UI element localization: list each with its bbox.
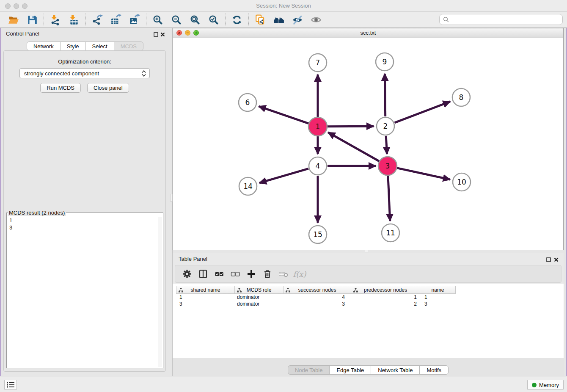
graph-node-14[interactable]: 14 [239,177,257,195]
deselect-all-checkboxes-icon[interactable] [230,269,240,279]
column-header-mcds-role[interactable]: MCDS role [235,286,284,294]
table-row[interactable]: 1dominator411 [176,294,456,301]
close-panel-button[interactable]: Close panel [87,83,129,93]
graph-edge-3-1[interactable] [328,133,379,161]
close-table-panel-icon[interactable] [554,256,559,264]
svg-text:8: 8 [459,93,464,102]
memory-status-icon [532,383,537,387]
float-table-panel-icon[interactable] [546,256,551,264]
table-cell[interactable]: 2 [351,301,420,307]
graph-node-15[interactable]: 15 [309,226,327,243]
tab-network-table[interactable]: Network Table [371,365,420,375]
zoom-selected-icon[interactable] [208,14,219,25]
show-column-icon[interactable] [198,269,208,279]
table-options-icon[interactable] [182,269,192,279]
clone-network-icon[interactable] [255,14,266,25]
memory-button[interactable]: Memory [527,380,564,390]
optimization-criterion-label: Optimization criterion: [4,58,165,65]
select-all-checkboxes-icon[interactable] [214,269,224,279]
mcds-result-text: 1 3 [9,217,12,231]
close-panel-icon[interactable] [160,31,165,39]
search-field[interactable] [439,14,563,25]
column-header-shared-name[interactable]: shared name [176,286,235,294]
toolbar-divider [225,14,226,26]
table-cell[interactable]: 3 [420,301,456,307]
tab-edge-table[interactable]: Edge Table [329,365,371,375]
zoom-out-icon[interactable] [171,14,182,25]
show-graphics-details-icon[interactable] [311,14,322,25]
column-header-successor-nodes[interactable]: successor nodes [284,286,351,294]
tab-select[interactable]: Select [85,41,114,51]
float-panel-icon[interactable] [154,31,158,39]
graph-node-1[interactable]: 1 [308,117,327,136]
graph-node-9[interactable]: 9 [376,53,394,71]
result-scrollbar[interactable] [158,217,162,367]
column-header-predecessor-nodes[interactable]: predecessor nodes [351,286,420,294]
network-overview-icon[interactable] [273,14,284,25]
table-cell[interactable]: 3 [284,301,351,307]
tab-node-table[interactable]: Node Table [288,365,330,375]
table-cell[interactable]: dominator [235,294,284,300]
table-cell[interactable]: dominator [235,301,284,307]
network-view-window: × − + scc.txt 7968124314101511 [173,28,564,250]
apply-layout-icon[interactable] [231,14,242,25]
task-history-button[interactable] [4,380,17,390]
import-network-icon[interactable] [50,14,61,25]
network-graph: 7968124314101511 [173,38,563,250]
hide-graphics-details-icon[interactable] [292,14,303,25]
table-cell[interactable]: 1 [176,294,235,300]
import-table-icon[interactable] [69,14,80,25]
svg-text:6: 6 [245,98,250,107]
column-header-name[interactable]: name [420,286,456,294]
graph-edge-2-8[interactable] [395,102,450,123]
stepper-arrows-icon [142,70,146,77]
zoom-in-icon[interactable] [152,14,163,25]
tab-network[interactable]: Network [27,41,61,51]
tab-mcds[interactable]: MCDS [114,41,143,51]
graph-edge-4-14[interactable] [259,168,308,183]
node-table[interactable]: shared nameMCDS rolesuccessor nodesprede… [173,284,564,358]
criterion-dropdown[interactable]: strongly connected component [19,68,150,78]
svg-text:15: 15 [313,230,322,239]
graph-node-10[interactable]: 10 [453,173,471,191]
horizontal-splitter[interactable] [365,250,369,252]
node-table-rows: 1dominator4113dominator323 [176,294,456,307]
zoom-fit-icon[interactable] [190,14,201,25]
table-cell[interactable]: 3 [176,301,235,307]
graph-edge-2-3[interactable] [386,136,387,154]
network-window-title: scc.txt [173,30,563,36]
toolbar-divider [44,14,44,26]
open-session-icon[interactable] [8,14,19,25]
export-image-icon[interactable] [129,14,140,25]
table-cell[interactable]: 1 [351,294,420,300]
tab-style[interactable]: Style [60,41,86,51]
graph-node-3[interactable]: 3 [378,157,397,175]
graph-node-8[interactable]: 8 [452,88,470,106]
export-table-icon[interactable] [110,14,121,25]
graph-edge-3-10[interactable] [397,168,450,179]
export-network-icon[interactable] [92,14,103,25]
run-mcds-button[interactable]: Run MCDS [40,83,81,93]
table-cell[interactable]: 4 [284,294,351,300]
graph-node-6[interactable]: 6 [239,94,256,111]
graph-edge-1-6[interactable] [259,106,308,123]
svg-text:11: 11 [386,229,395,237]
table-cell[interactable]: 1 [420,294,456,300]
graph-edge-3-11[interactable] [388,176,390,221]
graph-node-11[interactable]: 11 [382,224,399,242]
graph-node-2[interactable]: 2 [377,117,394,135]
graph-edge-1-2[interactable] [328,126,374,127]
graph-edge-2-9[interactable] [385,74,385,116]
network-canvas[interactable]: 7968124314101511 [173,38,563,250]
add-column-icon[interactable] [246,269,256,279]
table-row[interactable]: 3dominator323 [176,301,456,307]
main-toolbar [0,12,567,28]
save-session-icon[interactable] [27,14,38,25]
graph-node-7[interactable]: 7 [309,54,327,72]
search-input[interactable] [452,16,562,23]
delete-column-icon[interactable] [262,269,272,279]
memory-label: Memory [539,382,559,388]
status-bar: Memory [0,376,567,392]
tab-motifs[interactable]: Motifs [419,365,449,375]
graph-node-4[interactable]: 4 [309,157,327,175]
